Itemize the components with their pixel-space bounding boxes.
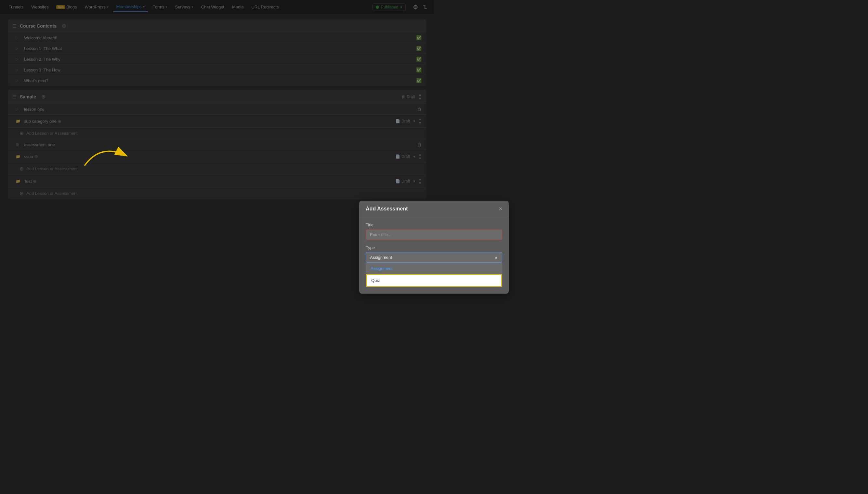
- add-assessment-modal: Add Assessment × Title Type Assignment ▲…: [359, 201, 434, 247]
- title-input[interactable]: [366, 229, 434, 240]
- type-label: Type: [366, 245, 434, 247]
- modal-header: Add Assessment ×: [359, 201, 434, 216]
- modal-body: Title Type Assignment ▲ Assignment Quiz: [359, 216, 434, 247]
- modal-title: Add Assessment: [366, 206, 408, 212]
- title-label: Title: [366, 223, 434, 227]
